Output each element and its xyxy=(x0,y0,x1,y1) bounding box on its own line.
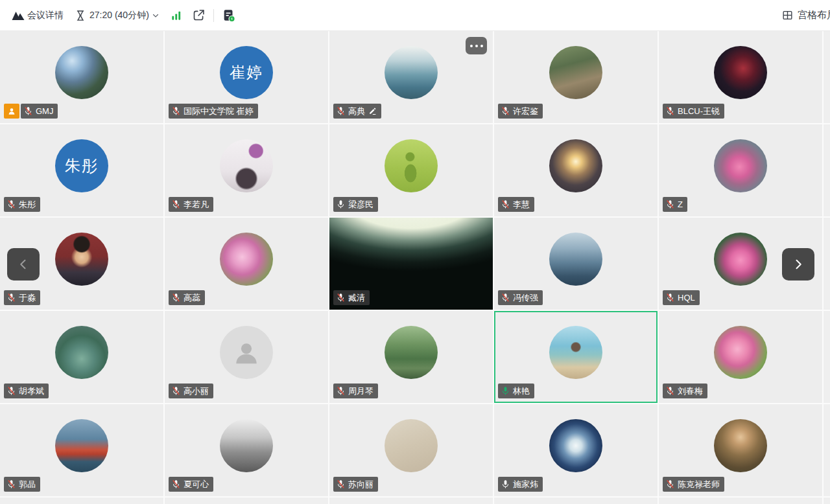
participant-tile[interactable]: Z xyxy=(659,124,822,216)
previous-page-button[interactable] xyxy=(7,248,40,281)
empty-tile xyxy=(329,498,493,504)
mic-icon xyxy=(23,106,33,116)
participant-avatar xyxy=(714,326,767,379)
participant-tile[interactable]: 朱彤 朱彤 xyxy=(0,124,163,216)
meeting-notes-icon[interactable] xyxy=(222,8,236,23)
mic-icon xyxy=(665,479,675,489)
participant-label: Z xyxy=(663,197,687,212)
popout-share-icon[interactable] xyxy=(192,8,206,22)
name-pill: 臧清 xyxy=(333,290,370,305)
name-pill: 国际中文学院 崔婷 xyxy=(169,104,258,119)
empty-tile xyxy=(824,404,830,496)
meeting-details-link[interactable]: 会议详情 xyxy=(27,10,64,21)
participant-tile[interactable]: 林艳 xyxy=(494,311,658,403)
timer-dropdown-chevron-icon[interactable] xyxy=(152,12,160,19)
participant-name: 许宏鉴 xyxy=(513,106,538,117)
participant-name: 郭晶 xyxy=(19,479,36,490)
grid-layout-icon xyxy=(781,9,794,21)
participant-grid: GMJ 崔婷 国际中文学院 崔婷 高典 xyxy=(0,31,830,504)
name-pill: 周月琴 xyxy=(333,384,378,398)
empty-tile xyxy=(659,498,822,504)
participant-tile[interactable]: 李若凡 xyxy=(165,124,328,216)
mic-icon xyxy=(171,479,181,489)
participant-avatar xyxy=(385,46,438,99)
participant-tile[interactable]: 胡孝斌 xyxy=(0,311,163,403)
participant-tile[interactable]: 郭晶 xyxy=(0,404,163,496)
participant-tile[interactable]: 陈克禄老师 xyxy=(659,404,822,496)
host-badge xyxy=(4,104,19,119)
participant-label: 陈克禄老师 xyxy=(663,477,724,492)
name-pill: GMJ xyxy=(21,104,58,119)
name-pill: 李慧 xyxy=(498,197,534,212)
participant-avatar xyxy=(549,326,602,379)
name-pill: 苏向丽 xyxy=(333,477,378,492)
participant-tile[interactable]: 周月琴 xyxy=(329,311,493,403)
mic-icon xyxy=(336,106,346,116)
participant-name: 施家炜 xyxy=(513,479,538,490)
participant-name: 李若凡 xyxy=(184,199,209,211)
mic-icon xyxy=(171,386,181,396)
participant-tile[interactable]: 崔婷 国际中文学院 崔婷 xyxy=(165,31,328,123)
participant-tile[interactable]: 高小丽 xyxy=(165,311,328,403)
participant-tile[interactable]: 高蕊 xyxy=(165,218,328,310)
participant-tile[interactable]: 苏向丽 xyxy=(329,404,493,496)
mic-icon xyxy=(336,386,346,396)
participant-name: Z xyxy=(678,200,683,209)
participant-label: 许宏鉴 xyxy=(498,104,543,119)
participant-tile[interactable]: 梁彦民 xyxy=(329,124,493,216)
participant-tile[interactable]: 刘春梅 xyxy=(659,311,822,403)
name-pill: 高小丽 xyxy=(169,384,213,398)
more-options-button[interactable] xyxy=(466,37,487,54)
empty-tile xyxy=(0,498,163,504)
participant-label: 高蕊 xyxy=(169,290,205,305)
participant-name: 冯传强 xyxy=(513,292,538,304)
participant-label: 朱彤 xyxy=(4,197,40,212)
mic-icon xyxy=(171,106,181,116)
participant-tile[interactable]: GMJ xyxy=(0,31,163,123)
participant-avatar: 朱彤 xyxy=(55,139,108,192)
next-page-button[interactable] xyxy=(782,248,814,281)
participant-avatar xyxy=(549,233,602,286)
participant-avatar xyxy=(549,139,602,192)
name-pill: BLCU-王锐 xyxy=(663,104,724,119)
name-pill: 林艳 xyxy=(498,384,534,398)
mic-icon xyxy=(501,200,510,209)
name-pill: HQL xyxy=(663,290,700,305)
name-pill: 于淼 xyxy=(4,290,40,305)
participant-tile[interactable]: 夏可心 xyxy=(165,404,328,496)
participant-name: 高蕊 xyxy=(184,292,200,304)
participant-name: BLCU-王锐 xyxy=(678,106,720,117)
participant-name: 于淼 xyxy=(19,292,36,304)
participant-avatar xyxy=(714,233,767,286)
participant-label: 国际中文学院 崔婷 xyxy=(169,104,258,119)
participant-avatar xyxy=(55,326,108,379)
participant-label: 夏可心 xyxy=(169,477,213,492)
participant-avatar xyxy=(385,419,438,472)
meeting-timer[interactable]: 27:20 (40分钟) xyxy=(89,10,149,21)
name-pill: 高蕊 xyxy=(169,290,205,305)
name-pill: 陈克禄老师 xyxy=(663,477,724,492)
participant-name: 李慧 xyxy=(513,199,530,211)
name-pill: Z xyxy=(663,197,687,212)
participant-tile[interactable]: 臧清 xyxy=(329,218,493,310)
participant-avatar: 崔婷 xyxy=(220,46,273,99)
name-pill: 郭晶 xyxy=(4,477,40,492)
name-pill: 夏可心 xyxy=(169,477,213,492)
mic-icon xyxy=(665,200,675,209)
participant-avatar xyxy=(549,46,602,99)
participant-tile[interactable]: 许宏鉴 xyxy=(494,31,658,123)
participant-label: 冯传强 xyxy=(498,290,543,305)
rename-icon[interactable] xyxy=(368,107,377,115)
participant-tile[interactable]: BLCU-王锐 xyxy=(659,31,822,123)
participant-label: 于淼 xyxy=(4,290,40,305)
network-signal-icon[interactable] xyxy=(170,9,183,22)
participant-tile[interactable]: 高典 xyxy=(329,31,493,123)
participant-tile[interactable]: 冯传强 xyxy=(494,218,658,310)
participant-tile[interactable]: 李慧 xyxy=(494,124,658,216)
mic-icon xyxy=(665,106,675,116)
participant-name: 高典 xyxy=(348,106,365,117)
topbar-divider xyxy=(213,9,214,22)
participant-tile[interactable]: 施家炜 xyxy=(494,404,658,496)
layout-switch-button[interactable]: 宫格布局 xyxy=(781,9,830,21)
participant-label: 李慧 xyxy=(498,197,534,212)
